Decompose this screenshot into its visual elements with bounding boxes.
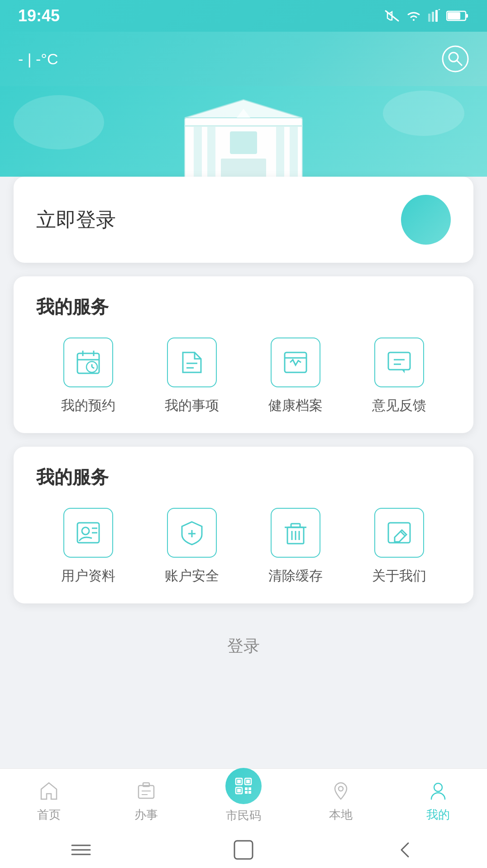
svg-rect-61 [245,791,248,794]
service-item-cache[interactable]: 清除缓存 [244,508,347,585]
reservation-icon-box [63,338,113,387]
service-item-security[interactable]: 账户安全 [140,508,244,585]
citizen-code-nav-label: 市民码 [226,808,261,824]
svg-rect-50 [143,783,149,786]
svg-point-36 [82,527,89,535]
services-grid-2: 用户资料 账户安全 [36,508,451,585]
svg-point-63 [339,786,343,791]
svg-rect-1 [432,12,434,22]
svg-rect-43 [291,524,300,527]
calendar-clock-icon [74,348,103,377]
service-item-health[interactable]: 健康档案 [244,338,347,415]
profile-icon-box [63,508,113,558]
health-label: 健康档案 [268,396,323,415]
local-nav-icon [328,778,353,803]
shield-plus-icon [177,518,206,547]
about-label: 关于我们 [372,567,426,585]
feedback-label: 意见反馈 [372,396,426,415]
svg-rect-30 [285,352,306,372]
feedback-icon-box [374,338,424,387]
svg-point-7 [443,46,468,72]
svg-point-64 [434,783,442,791]
sim-icon [427,9,441,23]
login-button-area[interactable]: 登录 [14,617,473,675]
services-grid-1: 我的预约 我的事项 [36,338,451,415]
battery-icon [446,10,469,22]
mine-nav-icon [425,778,451,803]
svg-rect-2 [435,10,438,22]
svg-line-3 [439,9,440,10]
svg-rect-60 [248,787,251,790]
home-nav-icon [36,778,62,803]
svg-rect-54 [237,780,241,783]
system-home-button[interactable] [232,839,255,861]
system-bar [0,832,487,868]
cache-icon-box [271,508,320,558]
about-edit-icon [385,518,414,547]
cloud-decoration-1 [14,95,104,149]
svg-rect-17 [230,131,257,154]
svg-rect-49 [138,786,154,798]
system-menu-button[interactable] [70,841,92,859]
profile-label: 用户资料 [61,567,115,585]
svg-rect-59 [245,787,248,790]
cache-label: 清除缓存 [268,567,323,585]
mine-nav-label: 我的 [426,807,450,823]
health-icon-box [271,338,320,387]
feedback-icon [385,348,414,377]
svg-rect-13 [207,127,215,181]
login-button[interactable]: 登录 [227,635,260,657]
home-nav-label: 首页 [37,807,61,823]
reservation-label: 我的预约 [61,396,115,415]
local-nav-label: 本地 [329,807,353,823]
svg-rect-6 [448,12,460,19]
nav-item-citizen-code[interactable]: 市民码 [195,777,292,824]
status-icons [384,9,469,23]
nav-item-mine[interactable]: 我的 [390,778,487,823]
login-card[interactable]: 立即登录 [14,177,473,263]
status-time: 19:45 [18,6,60,25]
services-title-2: 我的服务 [36,465,451,490]
security-icon-box [167,508,217,558]
svg-rect-62 [248,791,251,794]
affairs-nav-icon [134,778,159,803]
wifi-icon [406,9,422,23]
security-label: 账户安全 [165,567,219,585]
temperature: - | -°C [18,50,58,68]
content-area: 立即登录 我的服务 我的预约 [0,177,487,868]
nav-item-local[interactable]: 本地 [292,778,390,823]
about-icon-box [374,508,424,558]
nav-item-home[interactable]: 首页 [0,778,97,823]
service-item-profile[interactable]: 用户资料 [36,508,140,585]
svg-rect-0 [428,14,430,22]
svg-rect-15 [290,127,298,181]
service-item-matters[interactable]: 我的事项 [140,338,244,415]
svg-rect-12 [194,127,202,181]
system-back-button[interactable] [395,839,417,861]
building-illustration [130,95,357,186]
citizen-code-circle [225,768,262,804]
nav-item-affairs[interactable]: 办事 [97,778,195,823]
matters-label: 我的事项 [165,396,219,415]
svg-rect-68 [234,841,253,859]
search-button[interactable] [442,45,469,72]
svg-rect-14 [276,127,284,181]
affairs-nav-label: 办事 [134,807,158,823]
login-prompt: 立即登录 [36,207,116,233]
health-icon [281,348,310,377]
cloud-decoration-2 [383,91,464,136]
bottom-nav: 首页 办事 [0,768,487,832]
svg-line-9 [457,60,462,65]
service-item-reservation[interactable]: 我的预约 [36,338,140,415]
service-item-feedback[interactable]: 意见反馈 [347,338,451,415]
status-bar: 19:45 [0,0,487,32]
svg-rect-56 [246,780,250,783]
hero-area [0,86,487,186]
header: - | -°C [0,32,487,86]
my-services-card-1: 我的服务 我的预约 [14,276,473,433]
user-profile-icon [74,518,103,547]
service-item-about[interactable]: 关于我们 [347,508,451,585]
matters-icon-box [167,338,217,387]
svg-rect-58 [237,789,241,792]
my-services-card-2: 我的服务 用户资料 [14,447,473,603]
